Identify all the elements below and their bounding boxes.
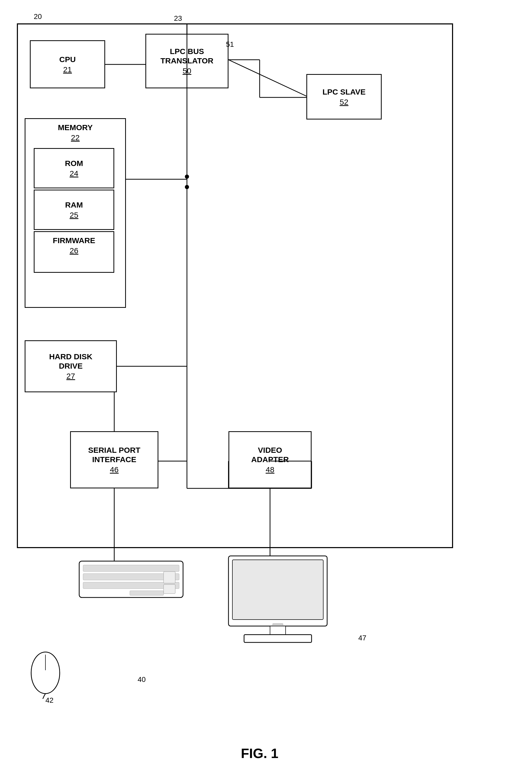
mouse-svg: [29, 647, 62, 699]
svg-rect-31: [270, 626, 286, 635]
connections-svg: [0, 0, 532, 784]
ref-label-47: 47: [358, 634, 366, 642]
figure-label: FIG. 1: [182, 746, 337, 761]
svg-rect-30: [273, 623, 283, 626]
svg-point-8: [185, 185, 189, 189]
svg-rect-24: [164, 571, 175, 583]
svg-line-3: [229, 60, 306, 96]
svg-rect-32: [244, 635, 312, 642]
keyboard-svg: [78, 556, 187, 603]
svg-rect-25: [164, 585, 175, 594]
svg-point-7: [185, 174, 189, 179]
monitor-svg: [223, 553, 332, 644]
svg-rect-23: [130, 591, 164, 595]
svg-rect-20: [83, 565, 179, 571]
svg-rect-29: [232, 560, 323, 620]
ref-label-40: 40: [138, 675, 146, 684]
diagram-container: 20 CPU 21 LPC BUS TRANSLATOR 50 23 51 LP…: [0, 0, 532, 784]
